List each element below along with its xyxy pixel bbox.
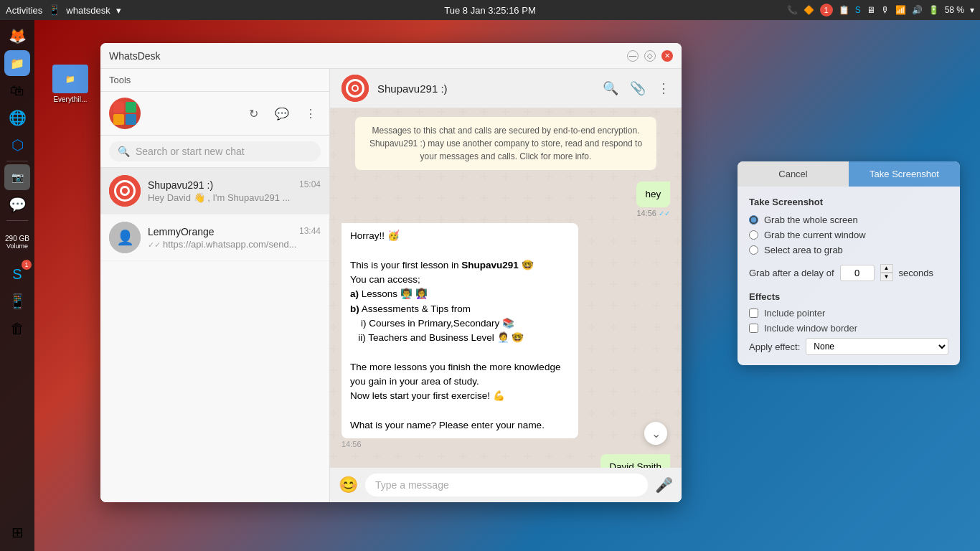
sidebar-refresh-button[interactable]: ↻ — [243, 103, 263, 123]
activities-label[interactable]: Activities — [6, 5, 42, 16]
checkbox-border[interactable] — [749, 324, 758, 333]
chat-name-lemmy: LemmyOrange 13:44 — [148, 226, 321, 237]
desktop-icon-image: 📁 — [52, 65, 88, 93]
message-text-david: David Smith — [609, 461, 661, 468]
chat-preview-shupavu: Hey David 👋 , I'm Shupavu291 ... — [148, 192, 321, 203]
topbar-right: 📞 🔶 1 📋 S 🖥 🎙 📶 🔊 🔋 58 % ▾ — [787, 4, 974, 17]
messages-area: Messages to this chat and calls are secu… — [330, 108, 682, 468]
input-area: 😊 🎤 — [330, 468, 682, 502]
delay-decrement-button[interactable]: ▼ — [880, 273, 893, 281]
skype-badge: 1 — [22, 260, 32, 270]
chat-header: Shupavu291 :) 🔍 📎 ⋮ — [330, 69, 682, 108]
radio-current-window[interactable] — [749, 230, 758, 240]
window-pip-button[interactable]: ◇ — [644, 50, 656, 62]
dock-item-storage[interactable]: 290 GB Volume — [4, 224, 30, 260]
volume-icon[interactable]: 🔊 — [912, 5, 923, 15]
screenshot-panel-header: Cancel Take Screenshot — [738, 161, 960, 187]
topbar-dropdown-icon[interactable]: ▾ — [116, 5, 121, 16]
window-body: Tools ↻ 💬 — [100, 69, 682, 502]
screenshot-cancel-button[interactable]: Cancel — [738, 161, 849, 187]
notes-icon[interactable]: 📋 — [839, 5, 849, 15]
message-meta-hey: 14:56 ✓✓ — [636, 209, 670, 217]
dock-item-chrome[interactable]: 🌐 — [4, 105, 30, 131]
tick-icon-hey: ✓✓ — [659, 209, 670, 217]
chat-avatar-shupavu — [109, 175, 141, 207]
chat-name-shupavu: Shupavu291 :) 15:04 — [148, 179, 321, 191]
apply-effects-select[interactable]: None — [806, 338, 948, 355]
message-david-smith: David Smith 14:57 ✓✓ — [600, 454, 670, 468]
dock: 🦊 📁 🛍 🌐 ⬡ 📷 💬 290 GB Volume S 1 📱 🗑 ⊞ — [0, 20, 34, 551]
dock-item-screenshot[interactable]: 📷 — [4, 164, 30, 190]
delay-row: Grab after a delay of ▲ ▼ seconds — [749, 264, 948, 281]
checkbox-pointer[interactable] — [749, 309, 758, 318]
whatsdesk-window: WhatsDesk — ◇ ✕ Tools — [100, 43, 682, 502]
dock-item-skype[interactable]: S 1 — [4, 261, 30, 287]
radio-select-area[interactable] — [749, 245, 758, 255]
radio-whole-screen[interactable] — [749, 215, 758, 225]
display-icon[interactable]: 🖥 — [867, 5, 875, 15]
checkbox-include-pointer[interactable]: Include pointer — [749, 308, 948, 319]
message-text-lesson: Horray!! 🥳 This is your first lesson in … — [350, 229, 570, 433]
radio-option-whole-screen[interactable]: Grab the whole screen — [749, 215, 948, 225]
delay-increment-button[interactable]: ▲ — [880, 264, 893, 273]
chat-item-shupavu[interactable]: Shupavu291 :) 15:04 Hey David 👋 , I'm Sh… — [100, 168, 329, 215]
scroll-down-button[interactable]: ⌄ — [644, 422, 667, 445]
search-bar: 🔍 — [100, 136, 329, 168]
dock-item-firefox[interactable]: 🦊 — [4, 23, 30, 49]
sidebar: Tools ↻ 💬 — [100, 69, 330, 502]
radio-option-select-area[interactable]: Select area to grab — [749, 245, 948, 255]
topbar-datetime: Tue 8 Jan 3:25:16 PM — [444, 5, 535, 16]
notification-icon[interactable]: 1 — [820, 4, 833, 17]
sidebar-user-avatar[interactable] — [109, 98, 141, 129]
dock-separator — [6, 161, 28, 161]
window-close-button[interactable]: ✕ — [661, 50, 673, 62]
checkbox-include-border[interactable]: Include window border — [749, 323, 948, 334]
whatsdesk-topbar-label[interactable]: whatsdesk — [66, 5, 110, 16]
desktop-icon-everythi[interactable]: 📁 EverythiI... — [42, 65, 99, 103]
phone-icon[interactable]: 📞 — [787, 5, 798, 15]
battery-dropdown[interactable]: ▾ — [970, 5, 974, 15]
wifi-icon[interactable]: 📶 — [895, 5, 906, 15]
delay-input[interactable] — [840, 265, 875, 281]
sidebar-menu-button[interactable]: ⋮ — [301, 103, 321, 123]
message-lesson: Horray!! 🥳 This is your first lesson in … — [341, 223, 578, 448]
sidebar-header: ↻ 💬 ⋮ — [100, 92, 329, 136]
screenshot-take-button[interactable]: Take Screenshot — [849, 161, 960, 187]
screenshot-panel: Cancel Take Screenshot Take Screenshot G… — [738, 161, 960, 365]
chat-attach-button[interactable]: 📎 — [630, 80, 646, 96]
message-bubble-hey: hey — [636, 182, 670, 207]
dock-item-whatsapp[interactable]: 💬 — [4, 192, 30, 217]
message-input[interactable] — [365, 474, 648, 496]
whatsapp-topbar-icon: 📱 — [48, 4, 60, 16]
dock-item-trash[interactable]: 🗑 — [4, 316, 30, 342]
dock-item-files[interactable]: 📁 — [4, 50, 30, 76]
radio-option-current-window[interactable]: Grab the current window — [749, 230, 948, 240]
search-input[interactable] — [136, 146, 312, 157]
dock-item-vscode[interactable]: ⬡ — [4, 132, 30, 158]
dock-item-software[interactable]: 🛍 — [4, 77, 30, 103]
window-titlebar: WhatsDesk — ◇ ✕ — [100, 43, 682, 69]
chat-list: Shupavu291 :) 15:04 Hey David 👋 , I'm Sh… — [100, 168, 329, 502]
delay-label: Grab after a delay of — [749, 268, 834, 278]
skype-icon[interactable]: S — [855, 5, 861, 15]
delay-unit: seconds — [899, 268, 933, 278]
dock-item-grid[interactable]: ⊞ — [4, 519, 30, 545]
window-minimize-button[interactable]: — — [627, 50, 639, 62]
dock-item-phone[interactable]: 📱 — [4, 288, 30, 314]
vlc-icon[interactable]: 🔶 — [804, 5, 814, 15]
mic-muted-icon[interactable]: 🎙 — [881, 5, 890, 15]
emoji-button[interactable]: 😊 — [339, 476, 358, 494]
chat-menu-button[interactable]: ⋮ — [657, 80, 670, 96]
effects-section: Effects Include pointer Include window b… — [749, 291, 948, 355]
chat-header-avatar[interactable] — [341, 75, 369, 102]
window-title: WhatsDesk — [109, 50, 161, 62]
mic-button[interactable]: 🎤 — [655, 476, 673, 494]
chat-preview-lemmy: ✓✓ https://api.whatsapp.com/send... — [148, 239, 321, 250]
battery-icon[interactable]: 🔋 — [928, 5, 939, 15]
window-controls: — ◇ ✕ — [627, 50, 673, 62]
chat-search-button[interactable]: 🔍 — [603, 80, 618, 96]
chat-item-lemmy[interactable]: 👤 LemmyOrange 13:44 ✓✓ https://api.whats… — [100, 215, 329, 261]
apply-effects-row: Apply effect: None — [749, 338, 948, 355]
sidebar-chat-button[interactable]: 💬 — [272, 103, 292, 123]
encryption-notice[interactable]: Messages to this chat and calls are secu… — [355, 117, 656, 170]
